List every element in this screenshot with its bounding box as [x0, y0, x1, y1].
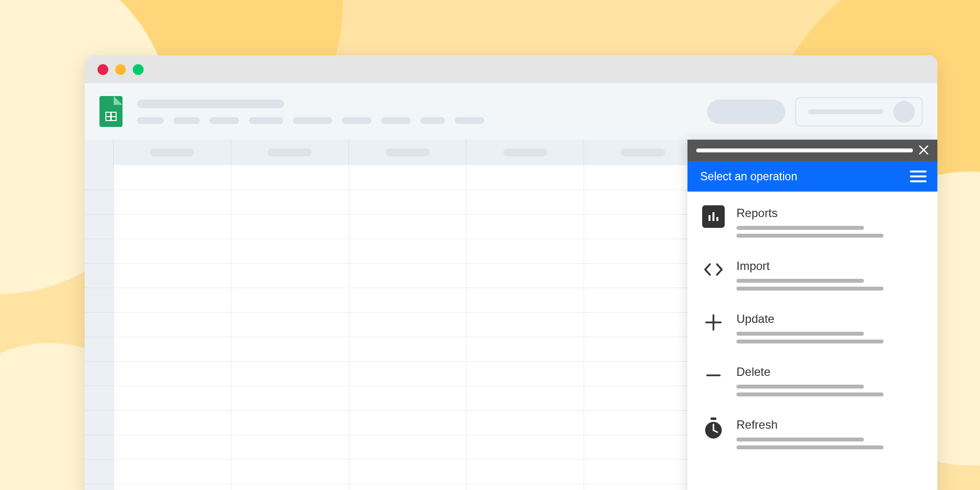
cell[interactable]	[231, 312, 348, 337]
cell[interactable]	[584, 459, 702, 484]
cell[interactable]	[466, 263, 584, 288]
cell[interactable]	[466, 484, 584, 490]
window-minimize-button[interactable]	[115, 64, 126, 75]
column-header[interactable]	[584, 140, 702, 165]
row-header[interactable]	[85, 312, 113, 337]
menu-item[interactable]	[420, 117, 445, 124]
cell[interactable]	[113, 410, 231, 435]
menu-item[interactable]	[293, 117, 332, 124]
cell[interactable]	[348, 214, 466, 239]
cell[interactable]	[113, 484, 231, 490]
close-icon[interactable]	[919, 144, 929, 157]
cell[interactable]	[348, 312, 466, 337]
cell[interactable]	[231, 459, 348, 484]
cell[interactable]	[348, 337, 466, 361]
menu-item[interactable]	[342, 117, 371, 124]
account-box[interactable]	[795, 97, 923, 126]
cell[interactable]	[584, 386, 702, 410]
column-header[interactable]	[113, 140, 231, 165]
cell[interactable]	[348, 361, 466, 386]
cell[interactable]	[348, 386, 466, 410]
menu-item[interactable]	[381, 117, 411, 124]
cell[interactable]	[113, 214, 231, 239]
row-header[interactable]	[85, 337, 113, 361]
menu-item[interactable]	[137, 117, 164, 124]
row-header[interactable]	[85, 288, 113, 312]
cell[interactable]	[348, 288, 466, 312]
cell[interactable]	[584, 165, 702, 190]
cell[interactable]	[231, 288, 348, 312]
cell[interactable]	[231, 263, 348, 288]
operation-refresh[interactable]: Refresh	[702, 417, 923, 453]
menu-item[interactable]	[210, 117, 239, 124]
cell[interactable]	[113, 435, 231, 459]
cell[interactable]	[231, 435, 348, 459]
share-button[interactable]	[707, 99, 785, 124]
column-header[interactable]	[348, 140, 466, 165]
menu-item[interactable]	[455, 117, 484, 124]
cell[interactable]	[348, 190, 466, 214]
cell[interactable]	[113, 337, 231, 361]
row-header[interactable]	[85, 165, 113, 190]
cell[interactable]	[113, 165, 231, 190]
row-header[interactable]	[85, 410, 113, 435]
column-header[interactable]	[231, 140, 348, 165]
menu-item[interactable]	[173, 117, 200, 124]
cell[interactable]	[584, 190, 702, 214]
operation-delete[interactable]: Delete	[702, 364, 923, 400]
select-all-cell[interactable]	[85, 140, 113, 165]
cell[interactable]	[584, 337, 702, 361]
row-header[interactable]	[85, 386, 113, 410]
row-header[interactable]	[85, 239, 113, 263]
cell[interactable]	[113, 190, 231, 214]
cell[interactable]	[348, 410, 466, 435]
cell[interactable]	[584, 288, 702, 312]
row-header[interactable]	[85, 190, 113, 214]
cell[interactable]	[348, 459, 466, 484]
cell[interactable]	[466, 214, 584, 239]
row-header[interactable]	[85, 484, 113, 490]
column-header[interactable]	[466, 140, 584, 165]
cell[interactable]	[231, 239, 348, 263]
operation-reports[interactable]: Reports	[702, 205, 923, 242]
cell[interactable]	[584, 214, 702, 239]
sheets-app-icon[interactable]	[99, 96, 122, 127]
cell[interactable]	[466, 165, 584, 190]
cell[interactable]	[113, 312, 231, 337]
row-header[interactable]	[85, 459, 113, 484]
window-maximize-button[interactable]	[133, 64, 144, 75]
cell[interactable]	[466, 386, 584, 410]
cell[interactable]	[348, 239, 466, 263]
cell[interactable]	[231, 165, 348, 190]
cell[interactable]	[348, 435, 466, 459]
cell[interactable]	[584, 484, 702, 490]
window-close-button[interactable]	[98, 64, 108, 75]
row-header[interactable]	[85, 361, 113, 386]
cell[interactable]	[231, 386, 348, 410]
cell[interactable]	[466, 312, 584, 337]
cell[interactable]	[584, 239, 702, 263]
cell[interactable]	[466, 239, 584, 263]
cell[interactable]	[584, 410, 702, 435]
cell[interactable]	[584, 435, 702, 459]
cell[interactable]	[466, 435, 584, 459]
cell[interactable]	[348, 263, 466, 288]
cell[interactable]	[584, 263, 702, 288]
cell[interactable]	[584, 361, 702, 386]
row-header[interactable]	[85, 263, 113, 288]
cell[interactable]	[113, 459, 231, 484]
cell[interactable]	[466, 288, 584, 312]
document-title-placeholder[interactable]	[137, 99, 284, 108]
cell[interactable]	[466, 190, 584, 214]
hamburger-menu-icon[interactable]	[910, 171, 927, 182]
cell[interactable]	[231, 190, 348, 214]
cell[interactable]	[113, 361, 231, 386]
cell[interactable]	[231, 361, 348, 386]
operation-update[interactable]: Update	[702, 311, 923, 347]
cell[interactable]	[113, 386, 231, 410]
cell[interactable]	[113, 263, 231, 288]
row-header[interactable]	[85, 435, 113, 459]
cell[interactable]	[113, 288, 231, 312]
cell[interactable]	[584, 312, 702, 337]
cell[interactable]	[466, 337, 584, 361]
